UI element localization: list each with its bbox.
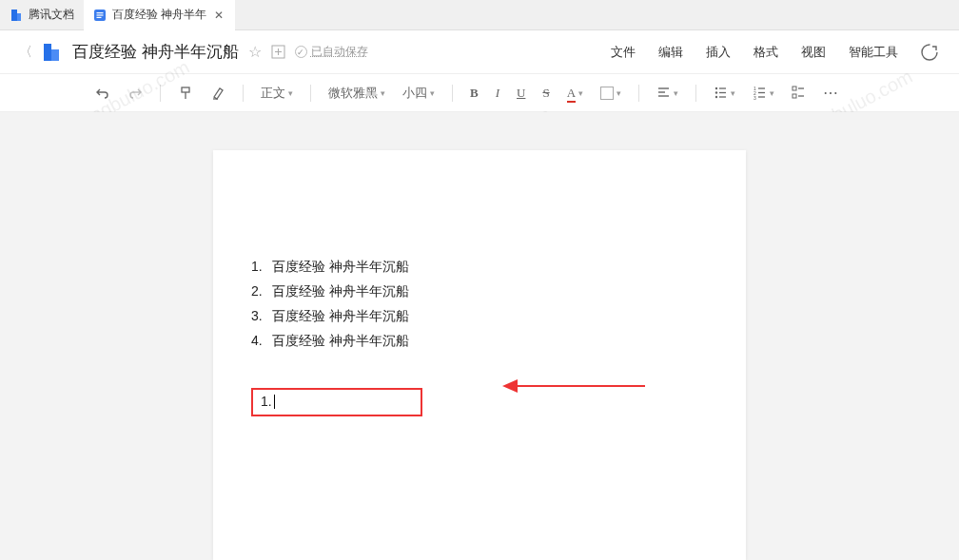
add-icon[interactable] — [271, 45, 285, 59]
svg-rect-7 — [51, 49, 59, 61]
menu-bar: 文件 编辑 插入 格式 视图 智能工具 — [611, 44, 898, 61]
tabs-bar: 腾讯文档 百度经验 神舟半年 ✕ — [0, 0, 959, 30]
close-icon[interactable]: ✕ — [212, 9, 225, 22]
menu-file[interactable]: 文件 — [611, 44, 636, 61]
svg-rect-12 — [182, 87, 189, 92]
svg-point-19 — [715, 91, 717, 93]
font-size-select[interactable]: 小四▾ — [402, 85, 435, 102]
separator — [638, 85, 639, 102]
document-page[interactable]: 1.百度经验 神舟半年沉船 2.百度经验 神舟半年沉船 3.百度经验 神舟半年沉… — [213, 150, 746, 560]
separator — [160, 85, 161, 102]
header: 〈 百度经验 神舟半年沉船 ☆ ✓ 已自动保存 文件 编辑 插入 格式 视图 智… — [0, 30, 959, 74]
doc-title[interactable]: 百度经验 神舟半年沉船 — [72, 41, 239, 63]
separator — [695, 85, 696, 102]
highlight-button[interactable]: ▾ — [600, 87, 621, 100]
tab-document[interactable]: 百度经验 神舟半年 ✕ — [84, 0, 235, 30]
font-family-select[interactable]: 微软雅黑▾ — [328, 85, 385, 102]
strike-button[interactable]: S — [542, 86, 549, 101]
numbered-list-button[interactable]: 123▾ — [753, 86, 774, 100]
svg-rect-1 — [17, 13, 21, 21]
svg-rect-6 — [44, 44, 51, 61]
align-button[interactable]: ▾ — [656, 86, 678, 100]
toolbar: 正文▾ 微软雅黑▾ 小四▾ B I U S A▾ ▾ ▾ ▾ 123▾ ⋯ — [0, 74, 959, 112]
svg-rect-0 — [11, 10, 17, 21]
check-icon: ✓ — [295, 46, 307, 58]
undo-button[interactable] — [95, 86, 110, 101]
list-item[interactable]: 1.百度经验 神舟半年沉船 — [251, 255, 708, 280]
svg-rect-30 — [793, 87, 796, 90]
app-logo-icon — [42, 42, 63, 63]
annotation-box: 1. — [251, 388, 422, 416]
list-item[interactable]: 2.百度经验 神舟半年沉船 — [251, 280, 708, 304]
svg-rect-3 — [97, 12, 104, 13]
bold-button[interactable]: B — [470, 86, 479, 101]
text-style-select[interactable]: 正文▾ — [261, 85, 293, 102]
italic-button[interactable]: I — [496, 86, 499, 101]
more-button[interactable]: ⋯ — [823, 84, 838, 102]
checklist-button[interactable] — [792, 86, 806, 100]
tencent-doc-icon — [10, 9, 23, 22]
menu-insert[interactable]: 插入 — [706, 44, 731, 61]
separator — [310, 85, 311, 102]
back-icon[interactable]: 〈 — [19, 44, 32, 61]
new-list-number: 1. — [261, 394, 272, 409]
format-painter-button[interactable] — [178, 86, 193, 101]
sync-icon[interactable] — [919, 42, 940, 63]
menu-view[interactable]: 视图 — [801, 44, 826, 61]
autosave-status: ✓ 已自动保存 — [295, 44, 368, 60]
text-color-button[interactable]: A▾ — [567, 86, 583, 101]
separator — [243, 85, 244, 102]
list-item[interactable]: 4.百度经验 神舟半年沉船 — [251, 329, 708, 354]
tab-label: 腾讯文档 — [29, 7, 74, 23]
menu-edit[interactable]: 编辑 — [658, 44, 683, 61]
svg-point-18 — [715, 87, 717, 89]
underline-button[interactable]: U — [517, 86, 525, 101]
clear-format-button[interactable] — [210, 86, 225, 101]
doc-icon — [93, 9, 107, 22]
svg-rect-5 — [97, 16, 102, 17]
bullet-list-button[interactable]: ▾ — [714, 86, 735, 100]
svg-point-20 — [715, 96, 717, 98]
redo-button[interactable] — [127, 86, 143, 101]
svg-text:3: 3 — [754, 95, 756, 100]
svg-rect-31 — [793, 94, 796, 98]
separator — [452, 85, 453, 102]
menu-smart[interactable]: 智能工具 — [849, 44, 898, 61]
menu-format[interactable]: 格式 — [754, 44, 778, 61]
numbered-list[interactable]: 1.百度经验 神舟半年沉船 2.百度经验 神舟半年沉船 3.百度经验 神舟半年沉… — [251, 255, 708, 354]
editor-canvas[interactable]: 1.百度经验 神舟半年沉船 2.百度经验 神舟半年沉船 3.百度经验 神舟半年沉… — [0, 112, 959, 560]
autosave-label: 已自动保存 — [311, 44, 368, 60]
list-item[interactable]: 3.百度经验 神舟半年沉船 — [251, 304, 708, 329]
svg-rect-4 — [97, 14, 104, 15]
star-icon[interactable]: ☆ — [248, 43, 262, 61]
tab-tencent-docs[interactable]: 腾讯文档 — [0, 0, 84, 30]
tab-label: 百度经验 神舟半年 — [112, 7, 206, 23]
